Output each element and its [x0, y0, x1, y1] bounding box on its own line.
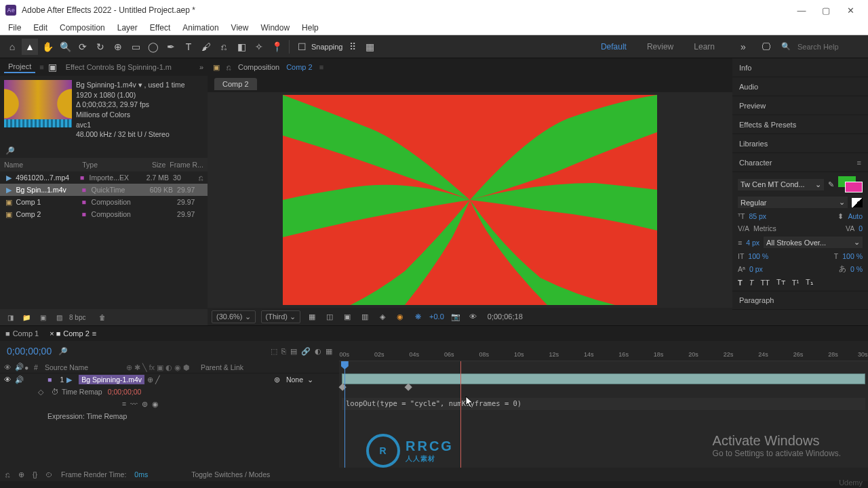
puppet-tool-icon[interactable]: 📍 [269, 39, 285, 55]
current-time-display[interactable]: 0;00;06;18 [485, 312, 526, 321]
project-search-icon[interactable]: 🔎 [5, 146, 15, 155]
rectangle-tool-icon[interactable]: ▭ [127, 39, 144, 55]
time-remap-value[interactable]: 0;00;00;00 [108, 388, 142, 396]
show-snapshot-icon[interactable]: 👁 [467, 312, 479, 321]
layer-name[interactable]: Bg Spinning-1.m4v [79, 375, 144, 384]
bold-button[interactable]: T [738, 279, 743, 287]
expr-pickwhip-icon[interactable]: ⊚ [142, 400, 148, 408]
rotate-tool-icon[interactable]: ↻ [92, 39, 108, 55]
panel-effects-presets[interactable]: Effects & Presets [732, 115, 868, 134]
toggle-switches[interactable]: Toggle Switches / Modes [191, 470, 270, 479]
font-style-dropdown[interactable]: Regular⌄ [738, 197, 848, 208]
layer-row[interactable]: 👁 🔊 ■ 1 ▶ Bg Spinning-1.m4v ⊕ ╱ ⊚ None⌄ [0, 373, 339, 386]
footer-icon[interactable]: ⊕ [18, 470, 24, 479]
ellipse-tool-icon[interactable]: ◯ [145, 39, 161, 55]
layer-bar[interactable] [342, 373, 865, 384]
expr-toggle-icon[interactable]: = [122, 400, 126, 408]
timeline-current-time[interactable]: 0;00;00;00 [7, 346, 52, 357]
more-workspaces-icon[interactable]: » [735, 39, 751, 55]
minimize-button[interactable]: — [789, 5, 814, 16]
type-tool-icon[interactable]: T [180, 39, 197, 55]
panel-libraries[interactable]: Libraries [732, 134, 868, 153]
tl-icon-5[interactable]: ◐ [315, 347, 321, 356]
menu-effect[interactable]: Effect [144, 22, 176, 34]
project-row[interactable]: ▶ 4961020...7.mp4 ■ Importe...EX 2.7 MB … [0, 171, 208, 184]
timeline-search-icon[interactable]: 🔎 [58, 347, 68, 356]
comp-tab[interactable]: Comp 2 [214, 78, 257, 90]
project-row[interactable]: ▣ Comp 2 ■ Composition 29.97 [0, 208, 208, 220]
kerning[interactable]: Metrics [753, 224, 776, 232]
tab-project[interactable]: Project [4, 61, 35, 73]
brush-tool-icon[interactable]: 🖌 [198, 39, 214, 55]
leading[interactable]: Auto [848, 212, 863, 220]
pen-tool-icon[interactable]: ✒ [163, 39, 179, 55]
pickwhip-icon[interactable]: ⊚ [274, 375, 280, 384]
trash-icon[interactable]: 🗑 [96, 314, 108, 321]
menu-window[interactable]: Window [255, 22, 295, 34]
anchor-tool-icon[interactable]: ⊕ [110, 39, 126, 55]
workspace-learn[interactable]: Learn [694, 42, 715, 52]
tracking[interactable]: 0 [859, 224, 863, 232]
panel-character-header[interactable]: Character≡ [732, 153, 868, 172]
grid-icon[interactable]: ▦ [306, 312, 318, 321]
tsume[interactable]: 0 % [850, 265, 863, 273]
menu-view[interactable]: View [226, 22, 254, 34]
panel-preview[interactable]: Preview [732, 96, 868, 115]
new-comp-icon[interactable]: ▣ [37, 314, 49, 321]
snap-grid-icon[interactable]: ▦ [362, 39, 378, 55]
timeline-tab-comp2[interactable]: × ■ Comp 2 ≡ [50, 329, 96, 338]
footage-thumbnail[interactable] [4, 80, 72, 127]
italic-button[interactable]: T [749, 279, 754, 287]
flowchart-icon[interactable]: ⎌ [226, 63, 231, 71]
clone-tool-icon[interactable]: ⎌ [216, 39, 232, 55]
tl-icon-2[interactable]: ⎘ [281, 347, 286, 356]
keyframe[interactable] [339, 384, 347, 391]
playhead[interactable] [344, 361, 345, 468]
eraser-tool-icon[interactable]: ◧ [233, 39, 250, 55]
roto-tool-icon[interactable]: ✧ [251, 39, 267, 55]
visibility-toggle[interactable]: 👁 [4, 375, 12, 384]
mask-icon[interactable]: ◫ [323, 312, 336, 321]
allcaps-button[interactable]: TT [760, 279, 769, 287]
parent-dropdown[interactable]: None [282, 375, 307, 384]
timeline-tab-comp1[interactable]: ■ Comp 1 [5, 329, 39, 338]
col-type[interactable]: Type [82, 161, 137, 169]
bw-swatch[interactable] [852, 198, 863, 207]
vscale[interactable]: 100 % [748, 252, 768, 260]
col-parent[interactable]: Parent & Link [201, 363, 243, 371]
menu-layer[interactable]: Layer [112, 22, 143, 34]
hscale[interactable]: 100 % [842, 252, 863, 260]
timeline-ruler[interactable]: 00s 02s 04s 06s 08s 10s 12s 14s 16s 18s … [339, 341, 868, 361]
close-button[interactable]: ✕ [838, 5, 863, 16]
tl-icon-3[interactable]: ▤ [290, 347, 297, 356]
panel-info[interactable]: Info [732, 58, 868, 77]
project-row[interactable]: ▣ Comp 1 ■ Composition 29.97 [0, 196, 208, 208]
smallcaps-button[interactable]: Tᴛ [776, 278, 785, 287]
zoom-dropdown[interactable]: (30.6%) ⌄ [212, 310, 256, 323]
workspace-review[interactable]: Review [647, 42, 673, 52]
panel-audio[interactable]: Audio [732, 77, 868, 96]
superscript-button[interactable]: T¹ [792, 279, 799, 287]
hand-tool-icon[interactable]: ✋ [39, 39, 56, 55]
eyedropper-icon[interactable]: ✎ [828, 180, 834, 189]
maximize-button[interactable]: ▢ [814, 5, 838, 16]
baseline[interactable]: 0 px [749, 265, 763, 273]
orbit-tool-icon[interactable]: ⟳ [75, 39, 91, 55]
snap-option-icon[interactable]: ⠿ [344, 39, 361, 55]
font-family-dropdown[interactable]: Tw Cen MT Cond...⌄ [738, 179, 824, 190]
expr-graph-icon[interactable]: 〰 [130, 400, 138, 408]
bit-depth-icon[interactable]: ▨ [53, 314, 65, 321]
expr-menu-icon[interactable]: ◉ [152, 400, 159, 408]
subscript-button[interactable]: T₁ [806, 278, 813, 287]
tl-icon-4[interactable]: 🔗 [301, 347, 311, 356]
footer-icon[interactable]: {} [33, 470, 37, 479]
new-folder-icon[interactable]: 📁 [20, 314, 33, 321]
colormgmt-icon[interactable]: ❋ [412, 312, 424, 321]
stroke-swatch[interactable] [845, 182, 863, 192]
keyframe[interactable] [405, 384, 412, 391]
panel-paragraph[interactable]: Paragraph [732, 291, 868, 310]
menu-edit[interactable]: Edit [28, 22, 53, 34]
audio-toggle[interactable]: 🔊 [15, 375, 24, 384]
interpret-icon[interactable]: ◨ [4, 314, 16, 321]
composition-canvas[interactable] [283, 95, 657, 305]
